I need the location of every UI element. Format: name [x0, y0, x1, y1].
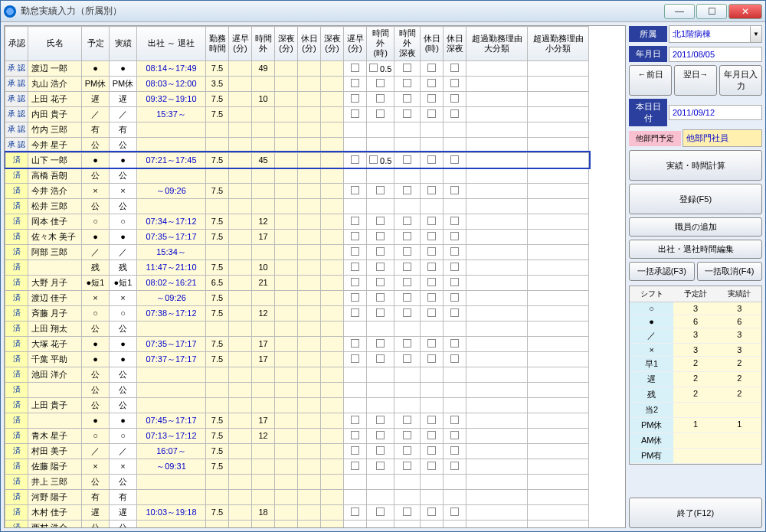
- io-cell[interactable]: 08:02～16:21: [137, 275, 206, 290]
- status-cell[interactable]: 済: [5, 428, 28, 443]
- date-value[interactable]: 2011/08/05: [669, 47, 762, 62]
- table-row[interactable]: 済村田 美子／／16:07～7.5: [5, 443, 589, 459]
- col-header[interactable]: 遅早(分): [229, 27, 252, 61]
- status-cell[interactable]: 承 認: [5, 106, 28, 122]
- table-row[interactable]: 済上田 貴子公公: [5, 397, 589, 413]
- col-header[interactable]: 勤務時間: [206, 27, 229, 61]
- io-cell[interactable]: 11:47～21:10: [137, 259, 206, 275]
- dept-combo[interactable]: 北1階病棟 ▼: [669, 25, 762, 43]
- col-header[interactable]: 時間外: [252, 27, 275, 61]
- date-input-button[interactable]: 年月日入力: [719, 65, 762, 96]
- io-cell[interactable]: [137, 520, 206, 527]
- io-cell[interactable]: [137, 122, 206, 137]
- table-row[interactable]: 済公公: [5, 382, 589, 397]
- status-cell[interactable]: 承 認: [5, 137, 28, 152]
- status-cell[interactable]: 済: [5, 489, 28, 504]
- status-cell[interactable]: 済: [5, 351, 28, 367]
- table-row[interactable]: 済高橋 吾朗公公: [5, 168, 589, 183]
- table-row[interactable]: 承 認内田 貴子／／15:37～7.5: [5, 106, 589, 122]
- io-cell[interactable]: ～09:31: [137, 459, 206, 474]
- table-row[interactable]: 承 認竹内 三郎有有: [5, 122, 589, 137]
- status-cell[interactable]: 済: [5, 305, 28, 321]
- table-row[interactable]: 承 認渡辺 一郎●●08:14～17:497.549 0.5: [5, 60, 589, 76]
- table-row[interactable]: 済佐藤 陽子××～09:317.5: [5, 459, 589, 474]
- table-row[interactable]: 済松井 三郎公公: [5, 198, 589, 214]
- chevron-down-icon[interactable]: ▼: [750, 25, 762, 43]
- col-header[interactable]: 遅早(分): [344, 27, 367, 61]
- io-cell[interactable]: 07:38～17:12: [137, 305, 206, 321]
- status-cell[interactable]: 済: [5, 520, 28, 527]
- col-header[interactable]: 実績: [110, 27, 137, 61]
- col-header[interactable]: 深夜(分): [275, 27, 298, 61]
- attendance-table[interactable]: 承認氏名予定実績出社 ～ 退社勤務時間遅早(分)時間外深夜(分)休日(分)深夜(…: [5, 26, 589, 527]
- io-cell[interactable]: [137, 382, 206, 397]
- status-cell[interactable]: 済: [5, 321, 28, 336]
- table-row[interactable]: 済大野 月子●短1●短108:02～16:216.521: [5, 275, 589, 290]
- col-header[interactable]: 氏名: [28, 27, 82, 61]
- col-header[interactable]: 深夜(分): [321, 27, 344, 61]
- io-cell[interactable]: ～09:26: [137, 290, 206, 305]
- bulk-approve-button[interactable]: 一括承認(F3): [629, 262, 695, 281]
- io-cell[interactable]: 08:03～12:00: [137, 76, 206, 91]
- table-row[interactable]: 済●●07:45～17:177.517: [5, 413, 589, 428]
- status-cell[interactable]: 済: [5, 474, 28, 489]
- exit-button[interactable]: 終了(F12): [629, 498, 762, 528]
- status-cell[interactable]: 承 認: [5, 60, 28, 76]
- status-cell[interactable]: 済: [5, 168, 28, 183]
- table-row[interactable]: 済阿部 三郎／／15:34～: [5, 244, 589, 259]
- col-header[interactable]: 休日(時): [421, 27, 444, 61]
- col-header[interactable]: 超過勤務理由大分類: [466, 27, 528, 61]
- table-row[interactable]: 済佐々木 美子●●07:35～17:177.517: [5, 229, 589, 244]
- table-row[interactable]: 済上田 翔太公公: [5, 321, 589, 336]
- status-cell[interactable]: 済: [5, 183, 28, 198]
- io-cell[interactable]: 15:34～: [137, 244, 206, 259]
- io-cell[interactable]: [137, 474, 206, 489]
- status-cell[interactable]: 済: [5, 413, 28, 428]
- status-cell[interactable]: 済: [5, 152, 28, 168]
- table-row[interactable]: 済青木 星子○○07:13～17:127.512: [5, 428, 589, 443]
- io-cell[interactable]: 07:21～17:45: [137, 152, 206, 168]
- status-cell[interactable]: 済: [5, 336, 28, 351]
- maximize-button[interactable]: ☐: [696, 4, 727, 19]
- io-cell[interactable]: [137, 168, 206, 183]
- status-cell[interactable]: 承 認: [5, 122, 28, 137]
- status-cell[interactable]: 済: [5, 275, 28, 290]
- col-header[interactable]: 時間外(時): [367, 27, 394, 61]
- table-row[interactable]: 済木村 佳子遅遅10:03～19:187.518: [5, 504, 589, 520]
- io-cell[interactable]: 10:03～19:18: [137, 504, 206, 520]
- col-header[interactable]: 承認: [5, 27, 28, 61]
- status-cell[interactable]: 済: [5, 290, 28, 305]
- status-cell[interactable]: 済: [5, 397, 28, 413]
- io-cell[interactable]: 07:34～17:12: [137, 214, 206, 229]
- bulk-cancel-button[interactable]: 一括取消(F4): [697, 262, 763, 281]
- status-cell[interactable]: 済: [5, 504, 28, 520]
- io-cell[interactable]: 07:35～17:17: [137, 229, 206, 244]
- status-cell[interactable]: 済: [5, 382, 28, 397]
- status-cell[interactable]: 済: [5, 214, 28, 229]
- prev-day-button[interactable]: ←前日: [629, 65, 672, 96]
- table-row[interactable]: 済西村 浩介公公: [5, 520, 589, 527]
- col-header[interactable]: 時間外深夜: [394, 27, 421, 61]
- io-cell[interactable]: 08:14～17:49: [137, 60, 206, 76]
- io-cell[interactable]: [137, 397, 206, 413]
- status-cell[interactable]: 済: [5, 443, 28, 459]
- table-row[interactable]: 承 認上田 花子遅遅09:32～19:107.510: [5, 91, 589, 106]
- edit-time-button[interactable]: 出社・退社時間編集: [629, 240, 762, 259]
- io-cell[interactable]: [137, 489, 206, 504]
- status-cell[interactable]: 済: [5, 198, 28, 214]
- io-cell[interactable]: 16:07～: [137, 443, 206, 459]
- io-cell[interactable]: 07:13～17:12: [137, 428, 206, 443]
- io-cell[interactable]: 07:45～17:17: [137, 413, 206, 428]
- table-row[interactable]: 済千葉 平助●●07:37～17:177.517: [5, 351, 589, 367]
- table-row[interactable]: 承 認丸山 浩介PM休PM休08:03～12:003.5: [5, 76, 589, 91]
- table-row[interactable]: 済大塚 花子●●07:35～17:177.517: [5, 336, 589, 351]
- status-cell[interactable]: 済: [5, 244, 28, 259]
- col-header[interactable]: 休日深夜: [444, 27, 466, 61]
- status-cell[interactable]: 済: [5, 459, 28, 474]
- io-cell[interactable]: 07:35～17:17: [137, 336, 206, 351]
- io-cell[interactable]: [137, 321, 206, 336]
- col-header[interactable]: 予定: [82, 27, 110, 61]
- table-row[interactable]: 済渡辺 佳子××～09:267.5: [5, 290, 589, 305]
- io-cell[interactable]: 09:32～19:10: [137, 91, 206, 106]
- status-cell[interactable]: 済: [5, 229, 28, 244]
